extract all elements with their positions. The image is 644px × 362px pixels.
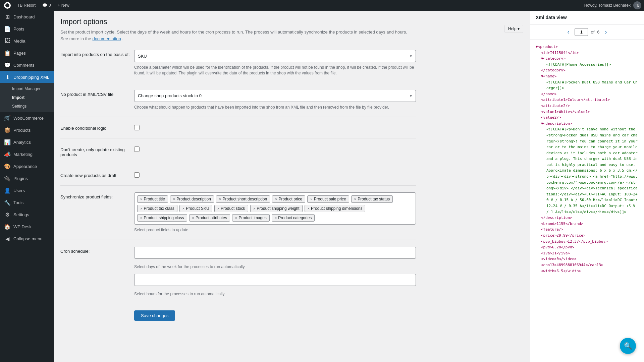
sidebar-submenu: Import Manager Import Settings: [0, 83, 54, 112]
no-product-field: Change shop products stock to 0 Delete p…: [134, 90, 416, 110]
sidebar-item-dashboard[interactable]: ⊞ Dashboard: [0, 11, 54, 23]
sidebar-item-appearance[interactable]: 🎨 Appearance: [0, 160, 54, 172]
sync-tag[interactable]: × Product description: [170, 195, 214, 203]
sync-tag[interactable]: × Product shipping class: [137, 214, 187, 222]
tag-remove-icon[interactable]: ×: [173, 197, 175, 201]
sidebar-collapse-label: Collapse menu: [13, 236, 43, 241]
sidebar-item-settings[interactable]: ⚙ Settings: [0, 208, 54, 221]
tag-remove-icon[interactable]: ×: [140, 216, 142, 220]
sync-tag[interactable]: × Product short description: [216, 195, 270, 203]
sidebar-item-woocommerce[interactable]: 🛒 WooCommerce: [0, 112, 54, 124]
comments-link[interactable]: 💬 0: [41, 3, 52, 8]
xml-next-button[interactable]: ›: [602, 28, 610, 36]
conditional-logic-checkbox[interactable]: [134, 125, 140, 130]
sidebar-item-posts[interactable]: 📄 Posts: [0, 23, 54, 35]
sync-tag[interactable]: × Product sale price: [307, 195, 349, 203]
users-icon: 👤: [4, 187, 11, 194]
sync-tag[interactable]: × Product price: [272, 195, 305, 203]
site-name-label: TB Resort: [17, 3, 36, 8]
sync-tag[interactable]: × Product tax class: [137, 205, 177, 212]
sync-tag[interactable]: × Product attributes: [189, 214, 230, 222]
sidebar-item-wpdesk[interactable]: 🏠 WP Desk: [0, 221, 54, 233]
marketing-icon: 📣: [4, 151, 11, 158]
wp-logo[interactable]: [3, 2, 12, 9]
sidebar-item-media[interactable]: 🖼 Media: [0, 35, 54, 47]
comment-icon: 💬: [42, 3, 47, 8]
tag-remove-icon[interactable]: ×: [235, 216, 237, 220]
new-item-button[interactable]: + New: [56, 3, 71, 8]
analytics-icon: 📊: [4, 139, 11, 145]
xml-page-input[interactable]: [575, 28, 588, 36]
conditional-logic-label: Enable conditional logic: [60, 124, 134, 131]
sidebar-sub-import[interactable]: Import: [0, 93, 54, 102]
sync-tag[interactable]: × Product images: [232, 214, 270, 222]
tag-remove-icon[interactable]: ×: [140, 206, 142, 210]
sidebar-item-pages[interactable]: 📋 Pages: [0, 47, 54, 59]
xml-line: ▼<product>: [536, 44, 639, 50]
cron-schedule-section: Cron schedule: Select days of the week f…: [60, 247, 416, 304]
sidebar-item-tools[interactable]: 🔧 Tools: [0, 196, 54, 208]
xml-line: <video>0</video>: [536, 256, 639, 262]
sync-tag[interactable]: × Product tax status: [351, 195, 393, 203]
dont-create-label: Don't create, only update existing produ…: [60, 145, 134, 157]
sidebar-item-comments[interactable]: 💬 Comments: [0, 59, 54, 71]
sidebar-item-products[interactable]: 📦 Products: [0, 124, 54, 136]
sidebar-item-label: Plugins: [13, 176, 28, 181]
sidebar-item-plugins[interactable]: 🔌 Plugins: [0, 172, 54, 184]
xml-prev-button[interactable]: ‹: [565, 28, 572, 36]
tag-remove-icon[interactable]: ×: [182, 206, 184, 210]
top-bar-right: Howdy, Tomasz Bednarek TB: [584, 1, 641, 9]
import-basis-select[interactable]: SKU ID Name: [134, 50, 416, 62]
tag-remove-icon[interactable]: ×: [217, 206, 219, 210]
sync-tag[interactable]: × Product categories: [272, 214, 315, 222]
sync-tag[interactable]: × Product shipping dimensions: [305, 205, 366, 212]
help-button[interactable]: Help ▾: [504, 25, 523, 33]
sidebar-item-dropshipping[interactable]: ⬇ Dropshipping XML: [0, 71, 54, 83]
sidebar-sub-settings[interactable]: Settings: [0, 102, 54, 111]
xml-line: <pvp_bigbuy>12.37</pvp_bigbuy>: [536, 239, 639, 245]
sync-tag[interactable]: × Product stock: [214, 205, 248, 212]
cron-days-input[interactable]: [134, 247, 416, 259]
tag-remove-icon[interactable]: ×: [354, 197, 356, 201]
comments-count: 0: [49, 3, 51, 8]
xml-line: <id>I4115044</id>: [536, 50, 639, 56]
xml-line: <iva>21</iva>: [536, 250, 639, 256]
sidebar-item-label: WP Desk: [13, 224, 32, 229]
sidebar-collapse-button[interactable]: ◀ Collapse menu: [0, 233, 54, 245]
tag-remove-icon[interactable]: ×: [275, 216, 277, 220]
create-draft-checkbox[interactable]: [134, 172, 140, 178]
tag-remove-icon[interactable]: ×: [308, 206, 310, 210]
pages-icon: 📋: [4, 50, 11, 56]
xml-line: <value2/>: [536, 115, 639, 121]
avatar[interactable]: TB: [633, 1, 641, 9]
save-button[interactable]: Save changes: [134, 310, 175, 321]
sidebar-item-label: WooCommerce: [13, 116, 44, 121]
sidebar-item-label: Comments: [13, 63, 35, 68]
sidebar-item-users[interactable]: 👤 Users: [0, 184, 54, 196]
documentation-link[interactable]: documentation: [92, 36, 121, 41]
no-product-select[interactable]: Change shop products stock to 0 Delete p…: [134, 90, 416, 102]
cron-hours-input[interactable]: [134, 274, 416, 286]
xml-line: <attribute2/>: [536, 103, 639, 109]
collapse-icon: ◀: [4, 235, 11, 242]
tag-remove-icon[interactable]: ×: [140, 197, 142, 201]
tag-remove-icon[interactable]: ×: [253, 206, 255, 210]
dont-create-checkbox[interactable]: [134, 146, 140, 152]
sidebar-item-analytics[interactable]: 📊 Analytics: [0, 136, 54, 148]
sidebar-sub-import-manager[interactable]: Import Manager: [0, 84, 54, 93]
sidebar-item-label: Users: [13, 188, 25, 193]
sync-tag[interactable]: × Product shipping weight: [250, 205, 303, 212]
sync-tag[interactable]: × Product SKU: [179, 205, 212, 212]
wpdesk-icon: 🏠: [4, 223, 11, 230]
posts-icon: 📄: [4, 25, 11, 32]
search-fab[interactable]: 🔍: [620, 338, 636, 354]
sidebar-item-label: Settings: [13, 212, 29, 217]
tag-remove-icon[interactable]: ×: [275, 197, 277, 201]
tag-remove-icon[interactable]: ×: [192, 216, 194, 220]
tag-remove-icon[interactable]: ×: [310, 197, 312, 201]
sync-tag[interactable]: × Product title: [137, 195, 168, 203]
sidebar-item-marketing[interactable]: 📣 Marketing: [0, 148, 54, 160]
help-label: Help ▾: [508, 26, 520, 31]
tag-remove-icon[interactable]: ×: [219, 197, 221, 201]
site-name[interactable]: TB Resort: [16, 3, 37, 8]
